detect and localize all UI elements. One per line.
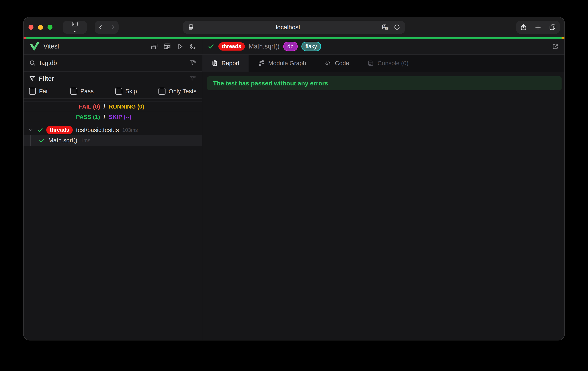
pass-check-icon bbox=[38, 137, 45, 144]
test-stats: FAIL (0) / RUNNING (0) PASS (1) / SKIP (… bbox=[23, 101, 202, 122]
play-icon bbox=[176, 43, 184, 50]
minimize-window-button[interactable] bbox=[38, 25, 43, 30]
pool-badge: threads bbox=[46, 126, 73, 134]
filter-x-icon bbox=[189, 60, 197, 66]
stat-fail: FAIL (0) bbox=[23, 103, 100, 110]
progress-skip-segment bbox=[562, 37, 565, 39]
browser-window: localhost A 文 bbox=[23, 17, 565, 340]
close-window-button[interactable] bbox=[29, 25, 33, 30]
search-icon bbox=[29, 60, 36, 66]
test-case-row[interactable]: Math.sqrt() 1ms bbox=[23, 135, 202, 146]
tab-code-label: Code bbox=[335, 60, 349, 67]
sidebar-toggle-button[interactable] bbox=[63, 21, 87, 34]
run-all-button[interactable] bbox=[176, 43, 184, 50]
new-tab-button[interactable] bbox=[534, 23, 542, 31]
test-duration: 1ms bbox=[81, 137, 90, 143]
translate-icon[interactable]: A 文 bbox=[382, 24, 390, 31]
tab-code[interactable]: Code bbox=[315, 55, 358, 72]
pass-check-icon bbox=[37, 127, 43, 133]
checkbox-only-tests-box[interactable] bbox=[158, 88, 166, 95]
theme-toggle-button[interactable] bbox=[189, 43, 197, 50]
back-icon bbox=[97, 24, 104, 30]
sidebar-header: Vitest bbox=[23, 39, 202, 55]
report-clipboard-icon bbox=[211, 60, 218, 66]
test-progress-bar bbox=[23, 37, 565, 39]
tab-console[interactable]: Console (0) bbox=[358, 55, 418, 72]
zoom-window-button[interactable] bbox=[48, 25, 52, 30]
checkbox-skip-label: Skip bbox=[126, 88, 137, 95]
open-external-button[interactable] bbox=[552, 43, 559, 50]
console-icon bbox=[367, 60, 374, 66]
external-link-icon bbox=[552, 43, 559, 50]
tab-report[interactable]: Report bbox=[202, 55, 249, 72]
checkbox-pass[interactable]: Pass bbox=[70, 88, 94, 95]
share-button[interactable] bbox=[520, 23, 527, 31]
stat-running: RUNNING (0) bbox=[109, 103, 202, 110]
clear-search-button[interactable] bbox=[189, 60, 197, 66]
module-graph-icon bbox=[258, 60, 265, 67]
history-nav-group bbox=[95, 21, 119, 34]
tab-module-graph[interactable]: Module Graph bbox=[249, 55, 315, 72]
filter-section: Filter Fail bbox=[23, 72, 202, 99]
filter-x-dim-icon bbox=[189, 75, 197, 82]
progress-fail-segment bbox=[23, 37, 26, 39]
filter-icon bbox=[29, 75, 36, 82]
report-success-banner: The test has passed without any errors bbox=[207, 76, 562, 90]
file-name: test/basic.test.ts bbox=[76, 127, 119, 133]
report-message: The test has passed without any errors bbox=[213, 80, 328, 87]
test-detail-panel: threads Math.sqrt() db flaky bbox=[202, 39, 565, 340]
address-bar[interactable]: localhost A 文 bbox=[183, 21, 405, 34]
tab-module-graph-label: Module Graph bbox=[268, 60, 306, 67]
expander-chevron-icon[interactable] bbox=[28, 127, 34, 133]
windows-stack-button[interactable] bbox=[151, 43, 158, 50]
pass-check-icon bbox=[208, 43, 215, 50]
pool-badge: threads bbox=[218, 42, 245, 50]
svg-text:文: 文 bbox=[386, 27, 388, 30]
search-input[interactable] bbox=[40, 60, 189, 66]
test-explorer-sidebar: Vitest bbox=[23, 39, 202, 340]
code-icon bbox=[324, 60, 331, 67]
back-button[interactable] bbox=[95, 21, 107, 34]
clear-filter-button[interactable] bbox=[189, 75, 197, 82]
test-file-row[interactable]: threads test/basic.test.ts 103ms bbox=[23, 125, 202, 135]
stat-skip: SKIP (--) bbox=[109, 114, 202, 120]
progress-pass-segment bbox=[26, 37, 562, 39]
test-tree: threads test/basic.test.ts 103ms Math.sq… bbox=[23, 125, 202, 146]
test-title: Math.sqrt() bbox=[249, 43, 280, 50]
checkbox-skip[interactable]: Skip bbox=[115, 88, 137, 95]
detail-tabs: Report Module Graph bbox=[202, 55, 565, 72]
tag-badge-db: db bbox=[283, 42, 298, 51]
reload-button[interactable] bbox=[394, 24, 401, 31]
checkbox-only-tests[interactable]: Only Tests bbox=[158, 88, 197, 95]
dashboard-icon bbox=[163, 43, 171, 50]
stats-row-2: PASS (1) / SKIP (--) bbox=[23, 112, 202, 122]
vitest-logo bbox=[29, 41, 40, 51]
browser-titlebar: localhost A 文 bbox=[23, 17, 565, 37]
chevron-down-icon bbox=[72, 29, 77, 34]
stats-row-1: FAIL (0) / RUNNING (0) bbox=[23, 101, 202, 112]
tab-report-label: Report bbox=[221, 60, 240, 67]
tab-overview-button[interactable] bbox=[549, 23, 556, 31]
filter-title: Filter bbox=[39, 75, 54, 82]
forward-icon bbox=[110, 24, 116, 30]
checkbox-fail-label: Fail bbox=[39, 88, 49, 95]
windows-stack-icon bbox=[151, 43, 158, 50]
moon-icon bbox=[189, 43, 197, 50]
dashboard-button[interactable] bbox=[163, 43, 171, 50]
forward-button[interactable] bbox=[107, 21, 119, 34]
file-duration: 103ms bbox=[122, 127, 138, 133]
checkbox-skip-box[interactable] bbox=[115, 88, 122, 95]
checkbox-only-tests-label: Only Tests bbox=[168, 88, 197, 95]
tab-console-label: Console (0) bbox=[378, 60, 409, 67]
reader-view-icon[interactable] bbox=[188, 24, 195, 31]
traffic-lights bbox=[29, 25, 52, 30]
sidebar-panel-icon bbox=[71, 21, 79, 28]
checkbox-fail-box[interactable] bbox=[29, 88, 36, 95]
checkbox-pass-box[interactable] bbox=[70, 88, 77, 95]
checkbox-fail[interactable]: Fail bbox=[29, 88, 49, 95]
stat-separator: / bbox=[100, 114, 109, 120]
window-buttons-group bbox=[516, 21, 560, 34]
filter-options: Fail Pass Skip Only Tests bbox=[23, 86, 202, 99]
search-row bbox=[23, 55, 202, 72]
tag-badge-flaky: flaky bbox=[301, 42, 321, 51]
